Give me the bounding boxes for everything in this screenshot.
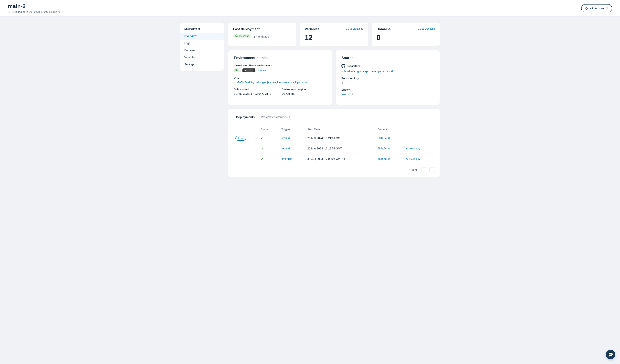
last-deployment-card: Last deployment ✓ Success 1 month ago: [228, 23, 296, 46]
live-badge: Live: [235, 136, 246, 141]
commit-link[interactable]: 584a5cf ⧉: [378, 147, 390, 150]
date-created-label: Date created: [234, 88, 279, 91]
edit-branch-icon[interactable]: ✎: [351, 93, 354, 96]
sidebar-item-logs[interactable]: Logs: [180, 40, 224, 47]
source-title: Source: [341, 56, 434, 60]
variables-title: Variables: [305, 27, 319, 31]
chat-fab-button[interactable]: 💬: [606, 350, 615, 359]
linked-wp-label: Linked WordPress environment: [234, 64, 326, 67]
status-success-icon: ✓: [261, 157, 264, 161]
branch-name-link[interactable]: main: [341, 93, 347, 96]
wp-env-link[interactable]: blue494: [257, 69, 266, 72]
root-directory-value: ./: [341, 81, 434, 84]
domains-card: Domains Go to Domains 0: [372, 23, 440, 46]
domains-title: Domains: [377, 27, 391, 31]
external-link-commit-icon: ⧉: [388, 136, 390, 140]
date-region-grid: Date created 31 Aug 2023, 17:03:04 GMT+1…: [234, 88, 326, 99]
last-deployment-title: Last deployment: [233, 27, 291, 31]
content-area: Last deployment ✓ Success 1 month ago Va…: [228, 23, 440, 177]
table-header-row: Status Trigger Start Time ↓ Commit: [233, 126, 435, 133]
row3-commit-cell: 584a5cf ⧉: [375, 154, 404, 164]
quick-actions-label: Quick actions: [586, 7, 605, 10]
details-source-row: Environment details Linked WordPress env…: [228, 50, 440, 105]
col-status: Status: [258, 126, 279, 133]
status-success-icon: ✓: [261, 136, 264, 140]
external-link-repo-icon: ⧉: [391, 69, 393, 73]
sidebar-item-domains[interactable]: Domains: [180, 47, 224, 54]
repository-label: Repository: [341, 64, 434, 68]
col-trigger: Trigger: [279, 126, 305, 133]
success-label: Success: [239, 34, 249, 37]
source-card: Source Repository richard-wpengine/expre…: [336, 50, 440, 105]
github-icon: [341, 64, 345, 68]
table-row: ✓ first build 31 Aug 2023, 17:03:06 GMT+…: [233, 154, 435, 164]
main-layout: Environment Overview Logs Domains Variab…: [172, 17, 448, 183]
env-region-label: Environment region: [282, 88, 326, 91]
row1-commit-cell: 584a5cf ⧉: [375, 133, 404, 143]
row3-badge-cell: [233, 154, 258, 164]
sidebar-item-settings[interactable]: Settings: [180, 61, 224, 68]
trigger-link[interactable]: rebuild: [281, 136, 290, 140]
commit-link[interactable]: 584a5cf ⧉: [378, 157, 390, 161]
chevron-down-icon: ▾: [606, 6, 608, 10]
domains-header: Domains Go to Domains: [377, 27, 435, 33]
date-created-value: 31 Aug 2023, 17:03:04 GMT+1: [234, 92, 279, 95]
col-start-time: Start Time ↓: [305, 126, 375, 133]
go-to-variables-link[interactable]: Go to Variables: [346, 27, 363, 30]
environment-url-link[interactable]: h1y2n59cferzlh8gosahhdgec.js.wpenginepow…: [234, 81, 304, 84]
pagination-next-button[interactable]: ›: [429, 167, 435, 173]
deployment-time: 1 month ago: [254, 35, 269, 38]
redeploy-button[interactable]: ↻ Redeploy: [406, 158, 420, 160]
env-region-section: Environment region US Central: [282, 88, 326, 99]
top-cards-row: Last deployment ✓ Success 1 month ago Va…: [228, 23, 440, 46]
sidebar-section-label: Environment: [180, 26, 224, 32]
prd-badge: Prd: [234, 68, 241, 72]
row2-status-cell: ✓: [258, 143, 279, 154]
row2-badge-cell: [233, 143, 258, 154]
env-details-title: Environment details: [234, 56, 326, 60]
url-label: URL: [234, 76, 326, 79]
redeploy-button[interactable]: ↻ Redeploy: [406, 147, 420, 150]
pagination: 1–3 of 3 ‹ ›: [233, 167, 435, 173]
external-link-icon: ⧉: [305, 81, 307, 84]
title-area: main-2 ID: 617f2fed-ac7a-3f9f-0e78-4194f…: [8, 3, 60, 13]
external-link-commit-icon: ⧉: [388, 157, 390, 161]
row1-badge-cell: Live: [233, 133, 258, 143]
date-created-section: Date created 31 Aug 2023, 17:03:04 GMT+1: [234, 88, 279, 99]
sidebar-item-variables[interactable]: Variables: [180, 54, 224, 61]
go-to-domains-link[interactable]: Go to Domains: [418, 27, 435, 30]
trigger-link[interactable]: rebuild: [281, 147, 290, 150]
repo-link[interactable]: richard-wpengine/express-simple-server ⧉: [341, 69, 434, 73]
commit-link[interactable]: 584a5cf ⧉: [378, 136, 390, 140]
row3-trigger-cell: first build: [279, 154, 305, 164]
copy-id-icon[interactable]: ⧉: [58, 10, 60, 13]
trigger-link[interactable]: first build: [281, 157, 292, 160]
success-dot-icon: ✓: [235, 34, 238, 37]
tab-deployments[interactable]: Deployments: [233, 113, 258, 121]
quick-actions-button[interactable]: Quick actions ▾: [581, 4, 612, 12]
tab-preview-environments[interactable]: Preview environments: [258, 113, 293, 121]
row1-trigger-cell: rebuild: [279, 133, 305, 143]
col-commit: Commit: [375, 126, 404, 133]
wp-env-name: b▓▓▓▓: [242, 68, 255, 72]
variables-count: 12: [305, 33, 363, 42]
success-badge: ✓ Success: [233, 34, 251, 38]
top-bar: main-2 ID: 617f2fed-ac7a-3f9f-0e78-4194f…: [0, 0, 620, 17]
row3-status-cell: ✓: [258, 154, 279, 164]
external-link-commit-icon: ⧉: [388, 147, 390, 150]
row2-trigger-cell: rebuild: [279, 143, 305, 154]
row1-time-cell: 20 Mar 2024, 16:21:01 GMT: [305, 133, 375, 143]
env-region-value: US Central: [282, 92, 326, 95]
row3-time-cell: 31 Aug 2023, 17:03:06 GMT+1: [305, 154, 375, 164]
variables-card: Variables Go to Variables 12: [300, 23, 368, 46]
row2-action-cell: ↻ Redeploy: [404, 143, 435, 154]
wp-env-row: Prd b▓▓▓▓ blue494: [234, 68, 326, 72]
row3-action-cell: ↻ Redeploy: [404, 154, 435, 164]
sidebar-item-overview[interactable]: Overview: [180, 32, 224, 40]
col-action: [404, 126, 435, 133]
branch-row: main ⧉ ✎: [341, 93, 434, 96]
environment-details-card: Environment details Linked WordPress env…: [228, 50, 332, 105]
row1-action-cell: [404, 133, 435, 143]
deployments-tabs: Deployments Preview environments: [233, 113, 435, 121]
pagination-prev-button[interactable]: ‹: [421, 167, 427, 173]
